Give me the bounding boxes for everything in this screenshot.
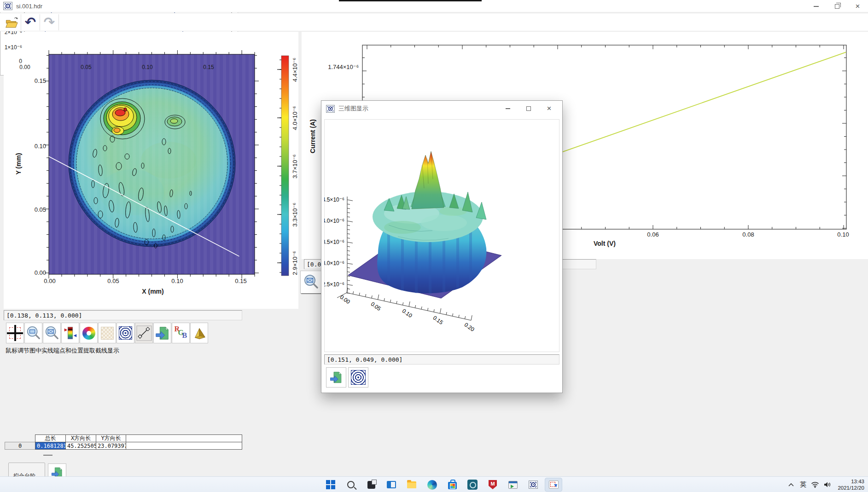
undo-icon: ↶ bbox=[25, 16, 36, 29]
z-tick-label: 4.5×10⁻⁶ bbox=[324, 197, 344, 203]
toolbar-separator bbox=[58, 14, 59, 30]
colorbar-label: 3.3×10⁻⁶ bbox=[289, 194, 300, 235]
z-tick-label: 3.5×10⁻⁶ bbox=[324, 239, 344, 245]
taskbar-center: M bbox=[320, 477, 564, 492]
taskbar-edge-button[interactable] bbox=[422, 477, 442, 492]
taskbar-search-button[interactable] bbox=[341, 477, 361, 492]
table-cell-xlen[interactable]: 45.252505 bbox=[65, 442, 96, 450]
x-tick-label: 0.05 bbox=[102, 278, 124, 284]
rgb-icon: RGB bbox=[174, 327, 188, 340]
dialog-icon bbox=[326, 105, 335, 113]
desktops-icon bbox=[387, 481, 396, 488]
taskbar-mcafee-button[interactable]: M bbox=[483, 477, 503, 492]
rgb-tool-button[interactable]: RGB bbox=[172, 323, 190, 343]
color-wheel-tool-button[interactable] bbox=[80, 323, 98, 343]
undo-button[interactable]: ↶ bbox=[22, 14, 39, 30]
taskbar-desktops-button[interactable] bbox=[381, 477, 402, 492]
surface-3d-tool-button[interactable] bbox=[190, 323, 208, 343]
table-cell-ylen[interactable]: 23.079397 bbox=[96, 442, 126, 450]
minimize-button[interactable] bbox=[806, 0, 827, 12]
surface-3d-canvas[interactable]: 4.5×10⁻⁶ 4.0×10⁻⁶ 3.5×10⁻⁶ 3.0×10⁻⁶ 2.5×… bbox=[324, 119, 559, 352]
y-tick-label: 0.00 bbox=[29, 269, 46, 276]
dialog-export-button[interactable] bbox=[326, 367, 346, 388]
y-tick-label: 0.05 bbox=[29, 206, 46, 213]
profile-y-tick: 0 bbox=[0, 58, 22, 64]
table-header-xlen[interactable]: X方向长 bbox=[65, 434, 96, 442]
crosshair-tool-button[interactable] bbox=[6, 323, 24, 343]
taskbar-media-app-button[interactable] bbox=[503, 477, 523, 492]
export-icon bbox=[155, 325, 170, 341]
x3d-tick-label: 0.10 bbox=[401, 307, 414, 319]
pattern-tool-button[interactable] bbox=[117, 323, 134, 343]
x-tick-label: 0.15 bbox=[230, 278, 252, 284]
iv-x-tick-label: 0.08 bbox=[739, 231, 757, 238]
dialog-pattern-button[interactable] bbox=[348, 367, 368, 388]
export-tool-button[interactable] bbox=[153, 323, 171, 343]
file-explorer-icon bbox=[407, 481, 416, 488]
taskbar-store-button[interactable] bbox=[442, 477, 462, 492]
profile-x-tick: 0.15 bbox=[198, 64, 219, 70]
taskbar-teal-app-button[interactable] bbox=[462, 477, 483, 492]
table-resize-handle[interactable] bbox=[43, 455, 52, 456]
color-scale-tool-button[interactable] bbox=[61, 323, 79, 343]
zoom-box-tool-button[interactable] bbox=[24, 323, 42, 343]
profile-x-tick: 0.05 bbox=[76, 64, 96, 70]
mcafee-shield-icon: M bbox=[489, 480, 497, 489]
taskbar-file-explorer-button[interactable] bbox=[402, 477, 422, 492]
contour-plot-canvas[interactable] bbox=[44, 50, 259, 279]
colorbar-label: 2.9×10⁻⁶ bbox=[289, 242, 300, 284]
zoom-reset-tool-button[interactable] bbox=[43, 323, 61, 343]
pattern-icon bbox=[351, 370, 366, 385]
window-controls: × bbox=[806, 0, 868, 12]
redo-button[interactable]: ↷ bbox=[41, 14, 58, 30]
tray-volume-button[interactable] bbox=[821, 477, 833, 492]
screen: si.001.hdr × ↶ ↷ bbox=[0, 0, 868, 492]
dialog-controls: × bbox=[497, 101, 559, 116]
task-view-icon bbox=[367, 481, 375, 489]
ime-indicator[interactable]: 英 bbox=[797, 477, 809, 492]
redo-icon: ↷ bbox=[44, 16, 55, 29]
teal-app-icon bbox=[467, 480, 478, 490]
taskbar-capture-app-button[interactable] bbox=[543, 477, 564, 492]
taskbar-task-view-button[interactable] bbox=[361, 477, 381, 492]
clock[interactable]: 13:43 2021/12/20 bbox=[833, 478, 866, 492]
texture-tool-button[interactable] bbox=[98, 323, 116, 343]
toolbar-separator bbox=[21, 14, 21, 30]
dialog-maximize-button[interactable] bbox=[518, 101, 539, 116]
color-wheel-icon bbox=[82, 327, 95, 340]
line-profile-tool-button[interactable] bbox=[135, 323, 153, 343]
zoom-box-icon bbox=[26, 325, 41, 341]
open-file-button[interactable] bbox=[3, 14, 20, 30]
z-tick-label: 2.5×10⁻⁶ bbox=[324, 281, 344, 288]
y-axis-label: Y (mm) bbox=[14, 143, 23, 185]
colorbar-label: 4.0×10⁻⁶ bbox=[289, 97, 300, 139]
screen-artifact-strip bbox=[339, 0, 482, 1]
window-title: si.001.hdr bbox=[16, 3, 42, 10]
start-button[interactable] bbox=[320, 477, 341, 492]
table-header-ylen[interactable]: Y方向长 bbox=[96, 434, 126, 442]
profile-y-tick: 1×10⁻⁶ bbox=[0, 44, 22, 51]
dialog-titlebar[interactable]: 三维图显示 × bbox=[321, 101, 562, 116]
tray-wifi-button[interactable] bbox=[809, 477, 821, 492]
table-cell-total[interactable]: 0.16812819 bbox=[35, 442, 66, 450]
taskbar-pattern-app-button[interactable] bbox=[523, 477, 543, 492]
taskbar: M 英 13:43 bbox=[0, 476, 868, 492]
iv-x-tick-label: 0.10 bbox=[834, 231, 852, 238]
x3d-tick-label: 0.20 bbox=[463, 321, 476, 333]
toolbar-separator bbox=[40, 14, 40, 30]
tray-chevron-button[interactable] bbox=[785, 477, 797, 492]
dialog-minimize-button[interactable] bbox=[497, 101, 518, 116]
restore-button[interactable] bbox=[827, 0, 847, 12]
dialog-close-button[interactable]: × bbox=[539, 101, 559, 116]
dialog-readout: [0.151, 0.049, 0.000] bbox=[324, 354, 559, 365]
colorbar-label: 4.4×10⁻⁶ bbox=[289, 49, 300, 90]
open-folder-icon bbox=[5, 16, 18, 29]
main-titlebar[interactable]: si.001.hdr × bbox=[0, 0, 868, 12]
close-button[interactable]: × bbox=[847, 0, 868, 12]
z-tick-label: 3.0×10⁻⁶ bbox=[324, 260, 344, 266]
wifi-icon bbox=[811, 481, 819, 488]
iv-zoom-reset-button[interactable] bbox=[300, 271, 322, 294]
edge-browser-icon bbox=[427, 480, 437, 490]
table-row-header[interactable]: 0 bbox=[5, 442, 35, 450]
table-header-total[interactable]: 总长 bbox=[35, 434, 66, 442]
